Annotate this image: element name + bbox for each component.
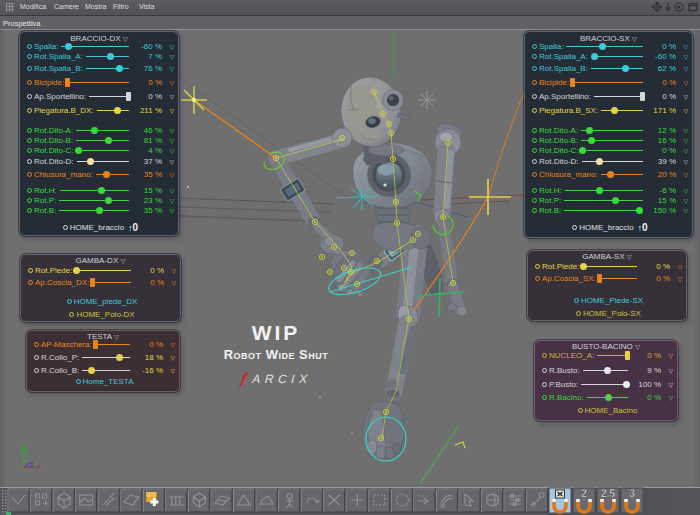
svg-text:x: x	[37, 463, 41, 470]
svg-text:2.5: 2.5	[601, 488, 615, 499]
svg-text:Y: Y	[21, 442, 25, 448]
svg-text:3: 3	[629, 488, 635, 499]
svg-text:Z: Z	[29, 460, 34, 469]
svg-text:2: 2	[581, 488, 587, 499]
